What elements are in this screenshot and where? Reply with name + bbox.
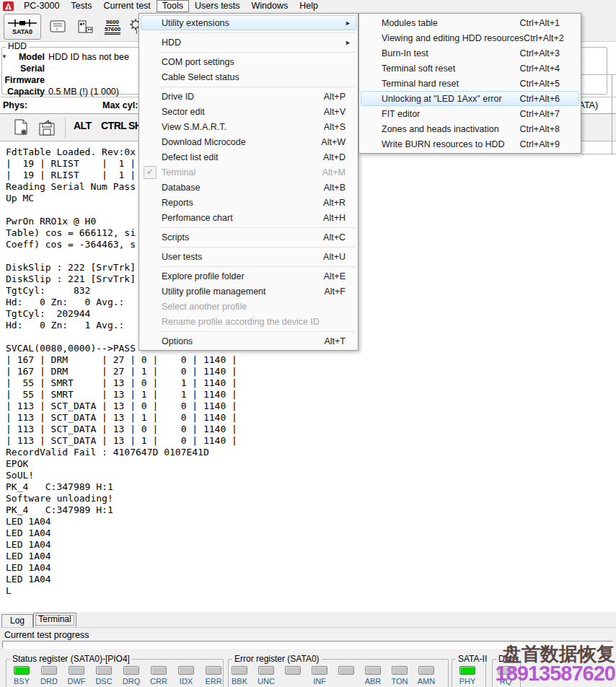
drd-led-indicator [41,666,57,675]
menu-item-shortcut: Alt+M [322,167,356,178]
tools-menu-item-drive-id[interactable]: Drive IDAlt+P [141,89,356,104]
led-label: BBK [232,677,247,686]
bottom-tabs: Log Terminal [0,612,616,628]
unlabeled-led-indicator [338,666,354,675]
menubar-item-help[interactable]: Help [294,0,324,12]
led-label: DWF [67,677,85,686]
error-led-bbk: BBK [232,666,247,686]
tools-menu-item-explore-profile-folder[interactable]: Explore profile folderAlt+E [141,268,356,284]
menubar-item-users-tests[interactable]: Users tests [189,0,246,12]
terminal-line: | 167 | DRM | 27 | 1 | 0 | 1140 | [6,366,616,377]
hdd-value-model: HDD ID has not bee [48,52,129,63]
tools-menu-item-com-port-settings[interactable]: COM port settings [141,54,356,69]
terminal-line: EPOK [6,458,616,470]
menubar-item-tests[interactable]: Tests [65,0,97,12]
key-button-alt[interactable]: ALT [74,120,92,131]
rq-led-indicator [498,666,514,675]
menubar-item-tools[interactable]: Tools [157,0,189,12]
terminal-line: | 113 | SCT_DATA | 13 | 1 | 0 | 1140 | [6,412,616,424]
menu-item-label: Terminal [159,167,322,178]
baud-rate-button[interactable]: 9600 57600 [100,14,126,40]
tools-menu-item-options[interactable]: OptionsAlt+T [141,333,356,349]
tools-menu-item-sector-edit[interactable]: Sector editAlt+V [141,104,356,119]
led-label: UNC [258,677,275,686]
svg-text:i: i [56,26,58,32]
tools-menu-item-scripts[interactable]: ScriptsAlt+C [141,229,356,245]
port-sata0-button[interactable]: SATA0 [4,14,41,40]
status-register-title: Status register (SATA0)-[PIO4] [10,655,132,663]
dma-led-row: RQ [498,666,514,686]
board-resources-button[interactable] [72,14,98,40]
menu-item-label: HDD [159,38,356,48]
menu-item-label: Rename profile according the device ID [159,317,356,327]
menubar-item-pc-3000[interactable]: PC-3000 [18,0,65,12]
led-label: CRR [150,677,167,686]
new-session-button[interactable] [10,118,32,138]
tools-menu-item-defect-list-edit[interactable]: Defect list editAlt+D [141,149,356,165]
submenu-arrow-icon: ► [345,20,351,27]
tools-menu-separator [159,52,356,53]
terminal-line: RecordValid Fail : 4107647D 0107E41D [6,447,616,458]
progress-label: Current test progress [4,630,89,640]
script-log-button[interactable]: i [45,14,71,40]
tools-menu-item-perfomance-chart[interactable]: Perfomance chartAlt+H [141,210,356,225]
status-led-drq: DRQ [123,666,139,686]
error-led-unc: UNC [258,666,274,686]
tools-menu-item-download-microcode[interactable]: Download MicrocodeAlt+W [141,134,356,149]
extensions-menu-item-write-burn-resources-to-hdd[interactable]: Write BURN resources to HDDCtrl+Alt+9 [361,136,579,152]
dma-group: DMA RQ [492,659,521,687]
sata0-button-label: SATA0 [12,28,32,35]
status-led-bsy: BSY [14,666,30,686]
bbk-led-indicator [232,666,247,675]
extensions-menu-item-terminal-soft-reset[interactable]: Terminal soft resetCtrl+Alt+4 [361,61,579,76]
tools-menu-item-user-tests[interactable]: User testsAlt+U [141,249,356,264]
menu-item-label: Zones and heads inactivation [379,124,519,134]
tools-menu-item-database[interactable]: DatabaseAlt+B [141,180,356,195]
terminal-line: | 113 | SCT_DATA | 13 | 1 | 0 | 1140 | [6,435,616,447]
extensions-menu-item-viewing-and-editing-hdd-resources[interactable]: Viewing and editing HDD resourcesCtrl+Al… [361,30,579,45]
menu-item-shortcut: Alt+W [321,137,356,147]
save-log-button[interactable] [36,118,58,138]
extensions-menu-item-terminal-hard-reset[interactable]: Terminal hard resetCtrl+Alt+5 [361,76,579,91]
error-led-abr: ABR [365,666,381,686]
tools-menu-item-view-s-m-a-r-t[interactable]: View S.M.A.R.T.Alt+S [141,119,356,134]
menu-item-shortcut: Ctrl+Alt+6 [519,94,578,104]
tools-menu-separator [159,87,356,87]
menu-item-shortcut: Alt+T [324,336,356,346]
key-button-ctrl[interactable]: CTRL [101,120,126,131]
tools-menu-item-select-another-profile: Select another profile [141,299,356,314]
extensions-menu-item-fit-editor[interactable]: FIT editorCtrl+Alt+7 [361,106,579,121]
status-register-group: Status register (SATA0)-[PIO4] BSYDRDDWF… [6,659,224,687]
tools-menu-item-reports[interactable]: ReportsAlt+R [141,195,356,210]
script-icon: i [49,19,66,35]
tools-menu-item-cable-select-status[interactable]: Cable Select status [141,69,356,84]
utility-extensions-submenu: Modules tableCtrl+Alt+1Viewing and editi… [358,13,581,154]
extensions-menu-item-modules-table[interactable]: Modules tableCtrl+Alt+1 [361,15,579,30]
terminal-line: | 113 | SCT_DATA | 13 | 0 | 0 | 1140 | [6,401,616,412]
tab-log[interactable]: Log [1,614,33,627]
terminal-line: Software unloading! [6,493,616,504]
menubar-item-current-test[interactable]: Current test [98,0,157,12]
tools-menu-item-utility-profile-management[interactable]: Utility profile managementAlt+F [141,284,356,299]
board-icon [76,19,94,35]
amn-led-indicator [418,666,434,675]
menu-item-label: Database [159,183,324,193]
menu-item-shortcut: Ctrl+Alt+4 [519,64,578,74]
terminal-line: LED 1A04 [6,528,616,539]
sata2-title: SATA-II [456,655,489,663]
tab-terminal[interactable]: Terminal [33,613,76,627]
terminal-line: LED 1A04 [6,562,616,574]
menu-item-label: Terminal hard reset [379,79,519,89]
menu-item-shortcut: Alt+F [324,286,356,297]
extensions-menu-item-unlocking-at-led-1axx-error[interactable]: Unlocking at "LED 1Axx" errorCtrl+Alt+6 [361,91,579,106]
baud-rate-icon: 9600 57600 [105,19,120,35]
tools-menu-separator [159,32,356,33]
menubar-item-windows[interactable]: Windows [246,0,294,12]
tools-menu-item-hdd[interactable]: HDD► [141,35,356,50]
menu-item-shortcut: Ctrl+Alt+1 [519,18,578,28]
extensions-menu-item-burn-in-test[interactable]: Burn-In testCtrl+Alt+3 [361,45,579,61]
extensions-menu-item-zones-and-heads-inactivation[interactable]: Zones and heads inactivationCtrl+Alt+8 [361,121,579,136]
terminal-line: PK_4 C:347989 H:1 [6,504,616,516]
crr-led-indicator [151,666,167,675]
tools-menu-item-utility-extensions[interactable]: Utility extensions► [141,15,356,30]
